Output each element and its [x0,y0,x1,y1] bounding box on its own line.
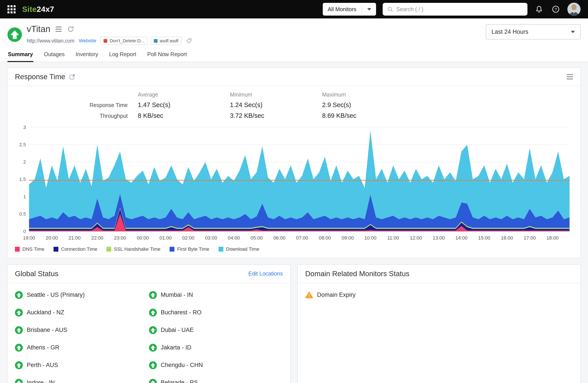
location-name: Mumbai - IN [161,292,193,298]
svg-text:21:00: 21:00 [68,235,81,241]
warning-icon [305,291,313,299]
legend-label: First Byte Time [177,246,209,252]
tag-icon[interactable] [186,38,192,44]
user-avatar[interactable] [567,3,581,16]
up-arrow-icon [149,361,157,369]
svg-text:0: 0 [23,229,26,234]
legend-item[interactable]: DNS Time [15,246,44,252]
location-name: Brisbane - AUS [27,327,67,333]
tabs: SummaryOutagesInventoryLog ReportPoll No… [0,45,588,62]
timeframe-select[interactable]: Last 24 Hours [486,24,581,40]
stats-column-header: Maximum [322,91,573,98]
svg-text:03:00: 03:00 [205,235,217,241]
monitor-url[interactable]: http://www.vtitan.com [27,38,74,44]
global-search[interactable] [383,3,527,16]
search-icon [387,6,393,12]
location-status-item: Chengdu - CHN [149,357,283,374]
stats-row-label: Throughput [15,113,138,119]
svg-text:13:00: 13:00 [433,235,445,241]
legend-label: SSL Handshake Time [114,246,160,252]
bottom-cards: Global Status Edit Locations Seattle - U… [7,264,581,383]
tab-inventory[interactable]: Inventory [75,49,99,62]
svg-text:01:00: 01:00 [160,235,171,241]
chart-menu-icon[interactable] [567,74,573,80]
tab-summary[interactable]: Summary [7,49,33,62]
response-time-card: Response Time AverageMinimumMaximumRespo… [7,67,581,258]
location-status-item: Brisbane - AUS [15,321,149,339]
svg-text:07:00: 07:00 [296,235,308,241]
svg-text:0.5: 0.5 [19,211,26,217]
location-status-item: Jakarta - ID [149,339,283,357]
up-arrow-icon [149,379,157,383]
global-status-card: Global Status Edit Locations Seattle - U… [7,264,291,383]
topbar-actions: All Monitors ? [323,3,581,16]
svg-text:17:00: 17:00 [524,235,536,241]
notifications-icon[interactable] [534,4,544,14]
monitor-name: vTitan [27,24,50,34]
svg-text:19:00: 19:00 [23,235,35,241]
svg-text:1.5: 1.5 [19,177,26,182]
monitor-tag[interactable]: asdf:asdf [151,37,181,45]
svg-text:06:00: 06:00 [273,235,285,241]
location-name: Perth - AUS [27,362,58,368]
location-name: Jakarta - ID [161,344,191,351]
legend-swatch [106,247,111,252]
legend-item[interactable]: Download Time [219,246,259,252]
site24x7-logo[interactable]: Site24x7 [22,5,54,14]
response-time-title: Response Time [15,73,65,81]
svg-text:00:00: 00:00 [137,235,149,241]
monitor-menu-icon[interactable] [56,26,62,32]
global-status-body: Seattle - US (Primary)Auckland - NZBrisb… [7,283,290,383]
tab-log-report[interactable]: Log Report [109,49,137,62]
location-status-item: Auckland - NZ [15,304,149,321]
refresh-icon[interactable] [67,25,74,33]
svg-text:12:00: 12:00 [410,235,422,241]
chart-popout-icon[interactable] [69,74,75,80]
stats-value: 2.9 Sec(s) [322,101,573,109]
svg-text:15:00: 15:00 [478,235,490,241]
tag-label: asdf:asdf [160,38,178,43]
monitor-identity: vTitan http://www.vtitan.com Website Don… [7,24,192,45]
svg-text:10:00: 10:00 [364,235,377,241]
up-arrow-icon [15,291,23,299]
svg-text:08:00: 08:00 [319,235,331,241]
svg-text:3: 3 [23,125,26,130]
legend-item[interactable]: First Byte Time [169,246,209,252]
location-name: Dubai - UAE [161,327,194,333]
svg-text:2.5: 2.5 [19,142,26,147]
chart-legend: DNS TimeConnection TimeSSL Handshake Tim… [7,244,581,258]
svg-text:16:00: 16:00 [501,235,513,241]
global-status-title: Global Status [15,270,58,278]
legend-item[interactable]: Connection Time [54,246,97,252]
edit-locations-link[interactable]: Edit Locations [248,270,283,277]
legend-swatch [15,247,20,252]
monitor-type-link[interactable]: Website [79,38,96,44]
up-arrow-icon [149,326,157,334]
monitor-tag[interactable]: Don't_Delete:D... [101,37,147,45]
svg-text:05:00: 05:00 [251,235,263,241]
location-status-item: Indore - IN [15,374,149,383]
svg-text:09:00: 09:00 [342,235,354,241]
legend-label: DNS Time [22,246,44,252]
svg-text:23:00: 23:00 [114,235,126,241]
legend-item[interactable]: SSL Handshake Time [106,246,160,252]
up-arrow-icon [149,291,157,299]
domain-status-title: Domain Related Monitors Status [305,270,409,278]
apps-grid-icon[interactable] [7,5,16,13]
global-status-col-1: Seattle - US (Primary)Auckland - NZBrisb… [15,286,149,383]
domain-monitor-item: Domain Expiry [305,286,573,304]
up-arrow-icon [15,379,23,383]
response-time-card-header: Response Time [7,68,581,86]
search-input[interactable] [396,6,523,13]
domain-status-card: Domain Related Monitors Status Domain Ex… [297,264,581,383]
monitor-scope-select[interactable]: All Monitors [323,3,376,16]
tab-outages[interactable]: Outages [43,49,65,62]
svg-text:2: 2 [23,159,26,165]
location-status-item: Bucharest - RO [149,304,283,321]
stats-value: 1.47 Sec(s) [138,101,230,109]
response-time-chart[interactable]: 00.511.522.5319:0020:0021:0022:0023:0000… [15,125,573,244]
chevron-down-icon [571,31,575,33]
svg-text:04:00: 04:00 [228,235,240,241]
tab-poll-now-report[interactable]: Poll Now Report [147,49,187,62]
help-icon[interactable]: ? [551,4,561,14]
